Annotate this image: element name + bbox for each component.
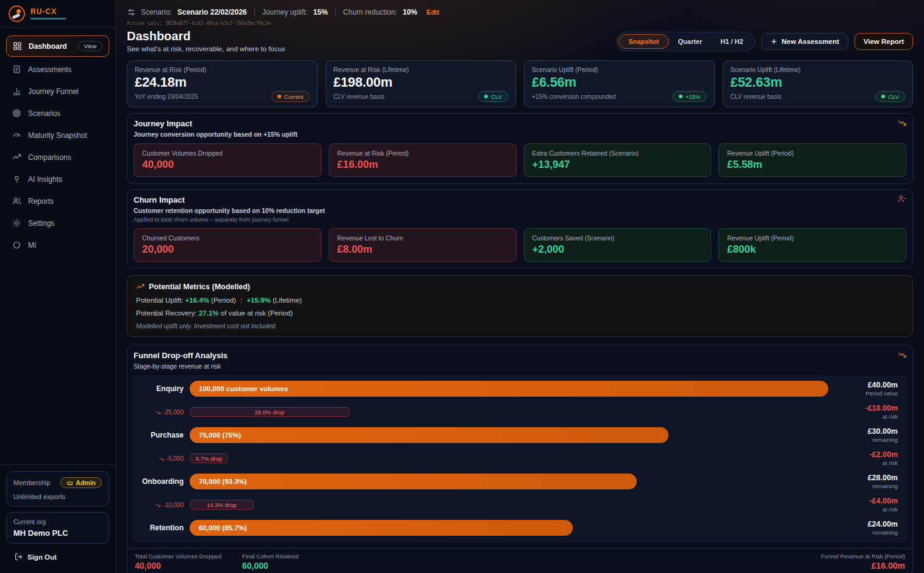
churn-impact-section: Churn Impact Customer retention opportun… — [127, 189, 913, 268]
page-header: Dashboard See what's at risk, recoverabl… — [127, 29, 913, 52]
page-subtitle: See what's at risk, recoverable, and whe… — [127, 45, 285, 52]
journey-impact-section: Journey Impact Journey conversion opport… — [127, 113, 913, 184]
brand-wordmark: RU-CX — [30, 8, 66, 16]
funnel-drop-row: -25,000 25.0% drop -£10.00mat risk — [132, 404, 905, 420]
stage-label: Purchase — [132, 431, 184, 439]
dot-icon — [679, 95, 682, 98]
gear-icon — [12, 218, 21, 228]
sidebar-item-label: Dashboard — [29, 42, 67, 51]
layout-grid-icon — [13, 41, 22, 51]
edit-scenario-link[interactable]: Edit — [426, 9, 439, 16]
scenario-label: Scenario: — [141, 8, 172, 16]
view-report-button[interactable]: View Report — [854, 33, 913, 50]
journey-uplift-value: 15% — [313, 8, 328, 16]
drop-bar[interactable]: 6.7% drop — [190, 453, 228, 463]
stage-bar[interactable]: 100,000 customer volumes — [190, 381, 828, 397]
trending-down-icon — [898, 118, 906, 127]
sidebar-item-comparisons[interactable]: Comparisons — [6, 148, 109, 167]
trending-up-icon — [136, 283, 145, 291]
funnel-stat-revenue-at-risk: Funnel Revenue at Risk (Period) £16.00m — [821, 553, 905, 571]
sidebar-item-label: Maturity Snapshot — [28, 131, 87, 140]
bar-chart-icon — [12, 87, 21, 96]
funnel-stage-row: Enquiry 100,000 customer volumes £40.00m… — [132, 381, 905, 397]
status-badge: CLV — [875, 91, 905, 102]
membership-note: Unlimited exports — [13, 493, 102, 500]
sidebar: RU-CX Dashboard View Assessments Journey… — [0, 0, 116, 573]
kpi-value: £198.00m — [334, 74, 509, 90]
funnel-stage-row: Purchase 75,000 (75%) £30.00mremaining — [132, 427, 905, 443]
admin-badge: Admin — [60, 477, 102, 488]
page-title: Dashboard — [127, 29, 285, 43]
kpi-value: £24.18m — [135, 74, 310, 90]
view-pill[interactable]: View — [78, 41, 102, 51]
lightbulb-icon — [12, 175, 21, 184]
kpi-card-scenario-uplift-lifetime: Scenario Uplift (Lifetime) £52.63m CLV r… — [723, 60, 914, 107]
stage-bar[interactable]: 60,000 (85.7%) — [190, 520, 573, 536]
status-badge: +15% — [673, 91, 707, 102]
sidebar-item-ai-insights[interactable]: AI Insights — [6, 170, 109, 189]
sign-out-label: Sign Out — [27, 553, 57, 561]
log-out-icon — [15, 553, 23, 561]
sidebar-item-dashboard[interactable]: Dashboard View — [6, 35, 109, 57]
section-title: Funnel Drop-off Analysis — [134, 351, 906, 360]
sidebar-footer: Membership Admin Unlimited exports Curre… — [0, 464, 115, 573]
sign-out-button[interactable]: Sign Out — [6, 549, 109, 568]
tab-h1-h2[interactable]: H1 / H2 — [711, 35, 752, 48]
churn-reduction-label: Churn reduction: — [343, 8, 398, 16]
drop-bar[interactable]: 25.0% drop — [190, 407, 349, 417]
stage-label: Retention — [132, 524, 184, 532]
sidebar-item-label: Assessments — [28, 65, 71, 74]
funnel-stat-total-dropped: Total Customer Volumes Dropped 40,000 — [135, 553, 221, 571]
potential-recovery-line: Potential Recovery: 27.1% of value at ri… — [136, 309, 904, 317]
kpi-card-scenario-uplift-period: Scenario Uplift (Period) £6.56m +15% con… — [524, 60, 715, 107]
sidebar-item-maturity-snapshot[interactable]: Maturity Snapshot — [6, 126, 109, 145]
circle-icon — [12, 240, 21, 250]
sidebar-nav: Dashboard View Assessments Journey Funne… — [0, 28, 115, 464]
impact-card-churned-customers: Churned Customers 20,000 — [134, 228, 321, 262]
stage-bar[interactable]: 75,000 (75%) — [190, 427, 668, 443]
tab-quarter[interactable]: Quarter — [669, 35, 712, 48]
sidebar-item-label: MI — [28, 241, 36, 250]
trending-down-icon — [159, 456, 164, 461]
plus-icon — [770, 38, 778, 45]
potential-metrics-panel: Potential Metrics (Modelled) Potential U… — [127, 275, 913, 337]
sidebar-item-scenarios[interactable]: Scenarios — [6, 104, 109, 123]
trending-down-icon — [898, 350, 906, 359]
trending-down-icon — [155, 409, 160, 415]
section-note: Applied to total churn volume – separate… — [134, 216, 906, 223]
impact-card-customer-volumes-dropped: Customer Volumes Dropped 40,000 — [134, 143, 321, 177]
tab-snapshot[interactable]: Snapshot — [618, 34, 668, 49]
kpi-card-revenue-at-risk-period: Revenue at Risk (Period) £24.18m YoY end… — [127, 60, 318, 107]
impact-card-revenue-uplift: Revenue Uplift (Period) £5.58m — [718, 143, 906, 177]
sidebar-item-label: Scenarios — [28, 109, 60, 118]
dot-icon — [278, 95, 281, 98]
sidebar-item-settings[interactable]: Settings — [6, 214, 109, 232]
funnel-drop-row: -5,000 6.7% drop -£2.00mat risk — [132, 450, 905, 466]
kpi-value: £52.63m — [731, 74, 906, 90]
sidebar-item-journey-funnel[interactable]: Journey Funnel — [6, 82, 109, 101]
trending-down-icon — [155, 502, 160, 508]
brand-header: RU-CX — [0, 0, 115, 28]
status-badge: Current — [271, 91, 310, 102]
sidebar-item-label: Journey Funnel — [28, 87, 79, 96]
header-actions: Snapshot Quarter H1 / H2 New Assessment … — [616, 32, 913, 51]
sidebar-item-label: Comparisons — [28, 153, 71, 162]
sidebar-item-mi[interactable]: MI — [6, 236, 109, 254]
panel-title: Potential Metrics (Modelled) — [149, 283, 250, 291]
impact-card-revenue-at-risk: Revenue at Risk (Period) £16.00m — [329, 143, 517, 177]
sidebar-item-label: Settings — [28, 219, 54, 228]
current-org-name: MH Demo PLC — [13, 528, 102, 538]
sidebar-item-assessments[interactable]: Assessments — [6, 60, 109, 79]
potential-uplift-line: Potential Uplift: +16.4% (Period) | +15.… — [136, 297, 904, 304]
active-calc-id: Active calc: 3838a077-4cd3-49ca-b3c7-7b6… — [127, 21, 913, 26]
stage-label: Enquiry — [132, 384, 184, 393]
current-org-card: Current org MH Demo PLC — [6, 512, 109, 544]
stage-label: Onboarding — [132, 477, 184, 486]
funnel-stat-final-cohort: Final Cohort Retained 60,000 — [242, 553, 298, 571]
stage-bar[interactable]: 70,000 (93.3%) — [190, 474, 637, 489]
section-title: Churn Impact — [134, 195, 906, 204]
drop-bar[interactable]: 14.3% drop — [190, 500, 254, 510]
sidebar-item-reports[interactable]: Reports — [6, 192, 109, 211]
new-assessment-button[interactable]: New Assessment — [761, 33, 848, 50]
section-subtitle: Stage-by-stage revenue at risk — [134, 362, 906, 370]
